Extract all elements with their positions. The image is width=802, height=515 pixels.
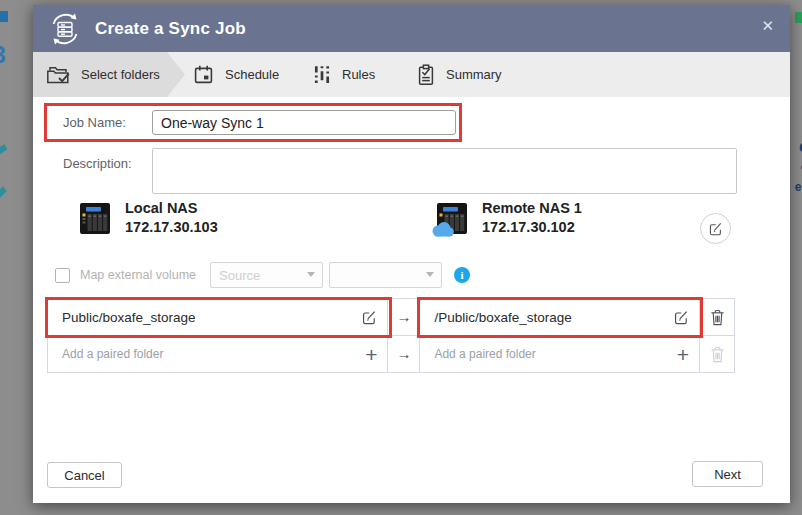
job-name-input[interactable] [152, 110, 456, 135]
sync-job-icon [45, 9, 85, 49]
remote-nas-info: Remote NAS 1 172.17.30.102 [430, 198, 582, 238]
add-source-folder-cell[interactable]: Add a paired folder + [48, 336, 388, 373]
dialog-titlebar: Create a Sync Job ✕ [33, 5, 790, 52]
target-folder-cell[interactable]: /Public/boxafe_storage [420, 299, 700, 336]
background-number: 3 [0, 42, 6, 69]
step-select-folders[interactable]: Select folders [33, 52, 185, 97]
dialog-title: Create a Sync Job [95, 19, 246, 39]
close-icon[interactable]: ✕ [761, 18, 774, 33]
paired-folder-row: Public/boxafe_storage → /Public/boxafe_s… [48, 299, 735, 336]
step-summary[interactable]: Summary [417, 52, 502, 97]
local-nas-info: Local NAS 172.17.30.103 [75, 198, 218, 238]
step-schedule[interactable]: Schedule [193, 52, 279, 97]
delete-pair-cell[interactable] [700, 299, 735, 336]
add-target-folder-cell[interactable]: Add a paired folder + [420, 336, 700, 373]
sync-direction-cell: → [388, 336, 420, 373]
plus-icon[interactable]: + [677, 344, 689, 365]
chevron-down-icon [307, 272, 315, 277]
remote-nas-cloud-icon [430, 198, 472, 238]
background-swoosh-graphic [0, 143, 7, 221]
next-button[interactable]: Next [692, 461, 763, 487]
local-nas-ip: 172.17.30.103 [125, 218, 218, 237]
highlight-box-source-folder [45, 297, 392, 338]
background-green-bar [795, 12, 802, 23]
delete-pair-cell-disabled [700, 336, 735, 373]
description-input[interactable] [152, 148, 737, 194]
edit-pencil-icon [708, 221, 723, 236]
step-label: Select folders [81, 67, 160, 82]
add-target-folder-label: Add a paired folder [434, 347, 676, 361]
description-label: Description: [63, 156, 132, 171]
remote-nas-ip: 172.17.30.102 [482, 218, 582, 237]
clipboard-check-icon [417, 64, 435, 86]
map-external-volume-row: Map external volume Source i [55, 261, 470, 289]
add-source-folder-label: Add a paired folder [62, 347, 365, 361]
local-nas-icon [75, 198, 115, 238]
paired-folders-table: Public/boxafe_storage → /Public/boxafe_s… [47, 298, 735, 373]
remote-nas-name: Remote NAS 1 [482, 199, 582, 218]
source-volume-dropdown[interactable]: Source [210, 262, 323, 288]
sliders-icon [313, 64, 331, 85]
create-sync-job-dialog: Create a Sync Job ✕ Select folders [33, 5, 790, 503]
cancel-button[interactable]: Cancel [47, 462, 122, 488]
plus-icon[interactable]: + [365, 344, 377, 365]
highlight-box-target-folder [417, 297, 703, 338]
arrow-right-icon: → [396, 345, 411, 362]
local-nas-name: Local NAS [125, 199, 218, 218]
background-text-fragment: es [795, 180, 802, 194]
job-name-label: Job Name: [63, 115, 152, 130]
target-volume-dropdown[interactable] [329, 262, 442, 288]
info-icon[interactable]: i [454, 267, 470, 283]
add-paired-folder-row: Add a paired folder + → Add a paired fol… [48, 336, 735, 373]
step-label: Summary [446, 67, 502, 82]
arrow-right-icon: → [396, 308, 411, 325]
step-rules[interactable]: Rules [313, 52, 375, 97]
step-label: Rules [342, 67, 375, 82]
folders-check-icon [46, 64, 70, 85]
source-folder-cell[interactable]: Public/boxafe_storage [48, 299, 388, 336]
highlight-box-job-name: Job Name: [44, 103, 462, 142]
sync-direction-cell: → [388, 299, 420, 336]
map-external-volume-checkbox[interactable] [55, 268, 70, 283]
background-blue-bar [0, 11, 8, 22]
wizard-steps-bar: Select folders Schedule Rules [33, 52, 790, 97]
chevron-down-icon [426, 272, 434, 277]
trash-icon [710, 346, 725, 363]
source-volume-placeholder: Source [219, 268, 260, 283]
trash-icon [710, 309, 725, 326]
calendar-icon [193, 64, 214, 85]
edit-connection-button[interactable] [700, 213, 731, 244]
step-label: Schedule [225, 67, 279, 82]
map-external-volume-label: Map external volume [80, 268, 196, 282]
